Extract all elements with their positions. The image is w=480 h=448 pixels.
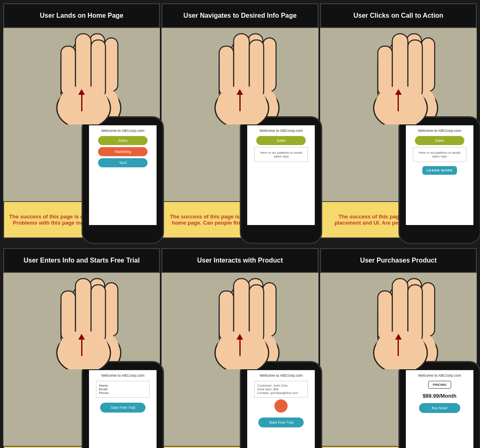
start-trial-btn: Start Free Trial <box>100 403 145 413</box>
learn-more-btn: LEARN MORE <box>422 166 457 175</box>
screen-title-navigate: Welcome to ABCcorp.com <box>260 129 303 133</box>
phone-area-navigate: Welcome to ABCcorp.com Sales Here is our… <box>162 28 318 201</box>
customer-info: Customer: John Doe Deal Size: $3k Contac… <box>254 381 308 398</box>
phone-area-purchase: Welcome to ABCcorp.com PRICING $99.99/Mo… <box>320 273 477 446</box>
buy-now-btn: Buy Now! <box>419 403 460 413</box>
marketing-btn-home: Marketing <box>98 147 148 156</box>
name-label: Name: <box>99 384 147 387</box>
arrow-cta <box>395 89 402 111</box>
screen-title-interact: Welcome to ABCcorp.com <box>260 373 303 378</box>
screen-title-purchase: Welcome to ABCcorp.com <box>418 373 461 378</box>
pricing-btn: PRICING <box>428 381 451 389</box>
phone-area-interact: Welcome to ABCcorp.com Customer: John Do… <box>162 273 318 446</box>
phone-area-home: Welcome to ABCcorp.com Sales Marketing T… <box>3 28 160 201</box>
start-trial-btn-interact: Start Free Trial <box>258 418 304 427</box>
form-fields-trial: Name: Email: Phone: <box>96 381 150 398</box>
arrow-home <box>78 89 85 111</box>
sales-btn-navigate: Sales <box>256 136 306 145</box>
phone-screen-purchase: Welcome to ABCcorp.com PRICING $99.99/Mo… <box>406 370 473 448</box>
content-cta: Here is out platform to assist sales rep… <box>413 147 466 162</box>
arrow-interact <box>236 334 243 356</box>
sales-btn-home: Sales <box>98 136 148 145</box>
arrow-trial <box>78 334 85 356</box>
phone-screen-cta: Welcome to ABCcorp.com Sales Here is out… <box>406 125 473 225</box>
phone-screen-navigate: Welcome to ABCcorp.com Sales Here is our… <box>247 125 315 225</box>
customer-name: Customer: John Doe <box>257 384 305 387</box>
avatar-icon <box>274 399 288 413</box>
phone-label: Phone: <box>99 391 147 395</box>
phone-area-trial: Welcome to ABCcorp.com Name: Email: Phon… <box>3 273 160 446</box>
phone-screen-interact: Welcome to ABCcorp.com Customer: John Do… <box>247 370 315 448</box>
phone-area-cta: Welcome to ABCcorp.com Sales Here is out… <box>320 28 477 201</box>
phone-screen-trial: Welcome to ABCcorp.com Name: Email: Phon… <box>89 370 157 448</box>
arrow-navigate <box>236 89 243 111</box>
screen-title-trial: Welcome to ABCcorp.com <box>101 373 145 378</box>
phone-screen-home: Welcome to ABCcorp.com Sales Marketing T… <box>89 125 157 225</box>
deal-size: Deal Size: $3k <box>257 387 305 391</box>
screen-title-cta: Welcome to ABCcorp.com <box>418 129 461 133</box>
arrow-purchase <box>395 334 402 356</box>
content-navigate: Here is our platform to assist sales rep… <box>254 147 308 162</box>
tech-btn-home: Tech <box>98 158 148 167</box>
price-display: $99.99/Month <box>423 393 457 399</box>
screen-title-home: Welcome to ABCcorp.com <box>101 129 145 133</box>
sales-btn-cta: Sales <box>415 136 464 145</box>
contact-email: Contact: johndoe@test.com <box>257 391 305 395</box>
email-label: Email: <box>99 387 147 391</box>
